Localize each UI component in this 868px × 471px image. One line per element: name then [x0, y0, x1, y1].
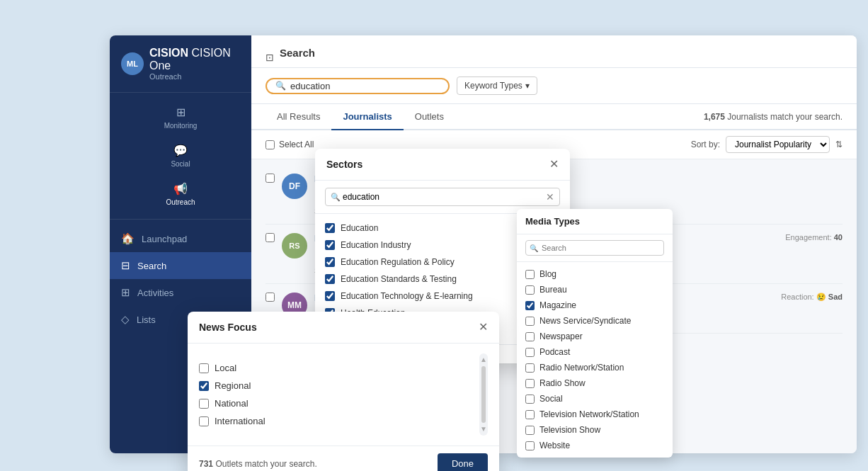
list-item: Website	[525, 438, 664, 453]
sidebar-item-search[interactable]: ⊟ Search	[110, 252, 251, 279]
tab-all-results[interactable]: All Results	[265, 104, 331, 130]
tabs: All Results Journalists Outlets	[265, 104, 455, 129]
media-checkbox-tv-show[interactable]	[525, 426, 535, 435]
sectors-search-input[interactable]	[325, 188, 560, 206]
tabs-row: All Results Journalists Outlets 1,675 Jo…	[251, 104, 857, 130]
results-number: 1,675	[704, 112, 725, 122]
media-label-radio-network: Radio Network/Station	[539, 363, 624, 373]
launchpad-icon: 🏠	[121, 232, 135, 245]
media-checkbox-bureau[interactable]	[525, 285, 535, 295]
list-item: Magazine	[525, 297, 664, 313]
engagement-value: 40	[834, 233, 843, 242]
sector-checkbox-education-reg[interactable]	[325, 257, 335, 267]
sort-by-label: Sort by:	[691, 140, 720, 149]
list-item: Podcast	[525, 344, 664, 360]
news-focus-label-international: International	[215, 416, 265, 426]
media-checkbox-website[interactable]	[525, 441, 535, 450]
sector-checkbox-education[interactable]	[325, 223, 335, 233]
sectors-modal-close[interactable]: ✕	[549, 159, 559, 170]
news-focus-title: News Focus	[199, 322, 257, 333]
scroll-down-icon[interactable]: ▼	[480, 426, 487, 433]
list-item: Radio Show	[525, 375, 664, 391]
media-checkbox-magazine[interactable]	[525, 301, 535, 310]
results-count: 1,675 Journalists match your search.	[704, 112, 843, 122]
news-focus-list: Local Regional National International ▲ …	[199, 353, 488, 436]
media-label-social: Social	[539, 394, 563, 404]
sidebar-item-monitoring[interactable]: ⊞ Monitoring	[110, 98, 251, 137]
media-search-icon: 🔍	[530, 244, 538, 252]
news-focus-checkbox-national[interactable]	[199, 399, 209, 409]
outreach-icon: 📢	[173, 182, 188, 195]
media-checkbox-tv-network[interactable]	[525, 410, 535, 419]
list-item: Regional	[199, 377, 474, 395]
outreach-label: Outreach	[166, 198, 195, 206]
media-types-header: Media Types	[517, 209, 673, 234]
avatar: RS	[282, 233, 307, 259]
sidebar-item-outreach[interactable]: 📢 Outreach	[110, 175, 251, 213]
activities-label: Activities	[137, 288, 173, 298]
outlets-count: 731	[199, 459, 213, 469]
search-input-wrapper: 🔍	[265, 78, 450, 94]
media-label-tv-network: Television Network/Station	[539, 409, 639, 419]
scrollbar-thumb	[481, 366, 486, 423]
list-item: Television Network/Station	[525, 407, 664, 422]
list-item: International	[199, 412, 474, 430]
sidebar-icon-nav: ⊞ Monitoring 💬 Social 📢 Outreach	[110, 92, 251, 219]
news-focus-checkbox-international[interactable]	[199, 416, 209, 426]
select-all-text: Select All	[279, 140, 314, 149]
media-search-input[interactable]	[525, 240, 664, 256]
media-checkbox-radio-show[interactable]	[525, 379, 535, 388]
sort-order-icon[interactable]: ⇅	[835, 140, 843, 149]
content-header: ⊡ Search	[251, 35, 857, 68]
search-icon: 🔍	[275, 81, 286, 91]
sidebar-item-activities[interactable]: ⊞ Activities	[110, 279, 251, 306]
media-checkbox-blog[interactable]	[525, 270, 535, 279]
sector-label-education: Education	[341, 223, 378, 233]
news-focus-label-local: Local	[215, 363, 236, 373]
sector-checkbox-education-industry[interactable]	[325, 240, 335, 250]
activities-icon: ⊞	[121, 286, 130, 299]
sort-select[interactable]: Journalist Popularity	[726, 136, 830, 153]
media-checkbox-radio-network[interactable]	[525, 363, 535, 373]
sector-checkbox-education-tech[interactable]	[325, 291, 335, 301]
media-checkbox-social[interactable]	[525, 395, 535, 404]
result-stats-2: Engagement: 40	[785, 233, 843, 242]
media-types-list: Blog Bureau Magazine News Service/Syndic…	[517, 262, 673, 458]
tab-journalists[interactable]: Journalists	[331, 104, 403, 130]
media-checkbox-news-service[interactable]	[525, 317, 535, 326]
engagement-label: Engagement:	[785, 233, 831, 242]
media-checkbox-newspaper[interactable]	[525, 332, 535, 341]
news-focus-checkbox-local[interactable]	[199, 363, 209, 373]
scroll-up-icon[interactable]: ▲	[480, 356, 487, 363]
select-all-checkbox[interactable]	[265, 140, 275, 149]
news-focus-checkbox-regional[interactable]	[199, 381, 209, 391]
sectors-search-clear[interactable]: ✕	[546, 191, 554, 203]
sector-label-education-standards: Education Standards & Testing	[341, 274, 457, 284]
reaction-value: Sad	[828, 293, 843, 301]
media-label-magazine: Magazine	[539, 300, 576, 310]
monitoring-icon: ⊞	[176, 106, 185, 119]
search-input[interactable]	[290, 81, 432, 91]
media-types-search: 🔍	[517, 234, 673, 262]
select-all-label[interactable]: Select All	[265, 140, 314, 149]
sector-checkbox-education-standards[interactable]	[325, 274, 335, 284]
keyword-types-button[interactable]: Keyword Types ▾	[457, 76, 537, 95]
result-checkbox-1[interactable]	[265, 174, 275, 183]
media-label-tv-show: Television Show	[539, 425, 600, 435]
result-checkbox-3[interactable]	[265, 293, 275, 302]
news-focus-scrollbar[interactable]: ▲ ▼	[479, 353, 488, 436]
media-label-newspaper: Newspaper	[539, 331, 583, 341]
page-icon: ⊡	[265, 52, 274, 63]
user-avatar: ML	[121, 52, 144, 75]
sidebar-item-launchpad[interactable]: 🏠 Launchpad	[110, 225, 251, 252]
news-focus-close[interactable]: ✕	[479, 322, 488, 333]
sidebar-item-social[interactable]: 💬 Social	[110, 137, 251, 175]
done-button[interactable]: Done	[438, 453, 488, 471]
avatar: DF	[282, 174, 307, 199]
result-checkbox-2[interactable]	[265, 233, 275, 242]
sort-controls: Sort by: Journalist Popularity ⇅	[691, 136, 843, 153]
reaction-label: Reaction:	[781, 293, 813, 301]
media-checkbox-podcast[interactable]	[525, 348, 535, 357]
tab-outlets[interactable]: Outlets	[404, 104, 455, 130]
news-focus-modal: News Focus ✕ Local Regional National Int…	[188, 312, 499, 471]
